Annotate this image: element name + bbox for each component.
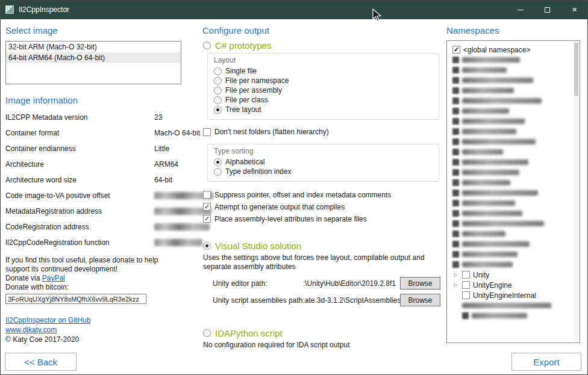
radio-label[interactable]: File per assembly: [225, 86, 282, 95]
radio-label[interactable]: Visual Studio solution: [215, 241, 301, 251]
radio-tree-layout[interactable]: Tree layout: [214, 105, 433, 114]
radio-file-per-class[interactable]: File per class: [214, 95, 433, 105]
checkbox-icon[interactable]: [203, 215, 211, 223]
radio-icon[interactable]: [214, 106, 222, 114]
radio-alphabetical[interactable]: Alphabetical: [214, 157, 433, 167]
namespace-item-redacted[interactable]: [452, 65, 572, 75]
bitcoin-address-input[interactable]: [5, 294, 146, 304]
namespace-item-unity[interactable]: ▷ Unity: [452, 270, 572, 280]
namespace-label[interactable]: <global namespace>: [463, 46, 530, 54]
radio-type-definition-index[interactable]: Type definition index: [214, 167, 433, 176]
back-button[interactable]: << Back: [5, 353, 77, 371]
namespace-item-redacted[interactable]: [452, 147, 572, 157]
radio-icon[interactable]: [203, 42, 211, 49]
radio-icon[interactable]: [214, 96, 222, 104]
checkbox-label[interactable]: Don't nest folders (flatten hierarchy): [214, 128, 329, 136]
scrollbar-track[interactable]: [574, 42, 579, 342]
namespace-item-redacted[interactable]: [452, 55, 572, 65]
scrollbar-thumb[interactable]: [574, 43, 578, 96]
namespace-label[interactable]: UnityEngine: [473, 281, 512, 290]
radio-icon[interactable]: [203, 242, 211, 250]
checkbox-icon[interactable]: [203, 128, 211, 136]
namespace-item-redacted[interactable]: [452, 259, 572, 270]
checkbox-icon[interactable]: [203, 203, 211, 211]
namespace-item-redacted[interactable]: [452, 157, 572, 167]
namespace-item-redacted[interactable]: [452, 311, 572, 321]
namespaces-tree[interactable]: <global namespace> ▷: [446, 40, 580, 343]
namespace-item-unityengine[interactable]: ▷ UnityEngine: [452, 280, 572, 290]
radio-icon[interactable]: [214, 67, 222, 75]
checkbox-label[interactable]: Suppress pointer, offset and index metad…: [214, 191, 391, 199]
namespace-label[interactable]: UnityEngineInternal: [473, 291, 536, 300]
radio-label[interactable]: Tree layout: [225, 105, 261, 114]
paypal-link[interactable]: PayPal: [42, 274, 65, 282]
checkbox-label[interactable]: Attempt to generate output that compiles: [214, 203, 345, 211]
browse-editor-path-button[interactable]: Browse: [400, 277, 440, 290]
radio-file-per-namespace[interactable]: File per namespace: [214, 76, 433, 85]
namespace-item-redacted[interactable]: [452, 208, 572, 218]
redacted-checkbox: [452, 220, 459, 227]
close-button[interactable]: ✕: [561, 0, 588, 19]
namespace-item-redacted[interactable]: [452, 300, 572, 311]
radio-label[interactable]: Single file: [225, 67, 257, 75]
namespace-item-unityengineinternal[interactable]: UnityEngineInternal: [452, 290, 572, 300]
checkbox-output-that-compiles[interactable]: Attempt to generate output that compiles: [203, 202, 445, 212]
expander-icon[interactable]: ▷: [452, 283, 459, 288]
radio-label[interactable]: Type definition index: [225, 167, 291, 176]
radio-file-per-assembly[interactable]: File per assembly: [214, 85, 433, 95]
radio-idapython-script[interactable]: IDAPython script: [203, 328, 445, 338]
checkbox-icon[interactable]: [462, 281, 470, 289]
namespace-item-redacted[interactable]: [452, 178, 572, 188]
radio-csharp-prototypes[interactable]: C# prototypes: [203, 40, 445, 51]
namespace-item-redacted[interactable]: [452, 126, 572, 137]
checkbox-suppress-metadata-comments[interactable]: Suppress pointer, offset and index metad…: [203, 190, 445, 200]
radio-visual-studio-solution[interactable]: Visual Studio solution: [203, 241, 445, 251]
list-item-selected[interactable]: 64-bit ARM64 (Mach-O 64-bit): [6, 52, 181, 63]
checkbox-icon[interactable]: [203, 191, 211, 199]
checkbox-label[interactable]: Place assembly-level attributes in separ…: [214, 215, 367, 223]
radio-icon[interactable]: [214, 87, 222, 95]
radio-icon[interactable]: [214, 158, 222, 166]
namespace-item-redacted[interactable]: [452, 229, 572, 239]
radio-single-file[interactable]: Single file: [214, 66, 433, 76]
radio-icon[interactable]: [203, 329, 211, 337]
namespace-item-redacted[interactable]: [452, 239, 572, 249]
radio-label[interactable]: Alphabetical: [225, 158, 264, 166]
namespace-item-redacted[interactable]: [452, 85, 572, 96]
github-link[interactable]: Il2CppInspector on GitHub: [5, 316, 90, 324]
namespace-item-redacted[interactable]: [452, 137, 572, 147]
namespace-item-redacted[interactable]: [452, 188, 572, 198]
namespace-item-global[interactable]: <global namespace>: [452, 45, 572, 55]
namespace-item-redacted[interactable]: [452, 116, 572, 126]
namespace-item-redacted[interactable]: [452, 249, 572, 259]
namespace-item-redacted[interactable]: [452, 75, 572, 85]
expander-icon[interactable]: ▷: [452, 273, 459, 277]
radio-icon[interactable]: [214, 77, 222, 85]
info-value: ARM64: [154, 160, 178, 169]
checkbox-assembly-attributes-separate[interactable]: Place assembly-level attributes in separ…: [203, 214, 445, 224]
browse-assemblies-path-button[interactable]: Browse: [400, 294, 440, 306]
checkbox-icon[interactable]: [462, 271, 470, 279]
namespace-item-redacted[interactable]: [452, 198, 572, 208]
radio-label[interactable]: File per namespace: [225, 76, 289, 85]
namespace-item-redacted[interactable]: [452, 96, 572, 106]
list-item[interactable]: 32-bit ARM (Mach-O 32-bit): [6, 42, 181, 52]
checkbox-icon[interactable]: [452, 46, 460, 54]
redacted-label: [462, 98, 542, 104]
info-label: IL2CPP Metadata version: [5, 113, 88, 122]
namespace-item-redacted[interactable]: [452, 167, 572, 178]
radio-label[interactable]: File per class: [225, 96, 268, 104]
website-link[interactable]: www.djkaty.com: [5, 326, 57, 334]
checkbox-icon[interactable]: [462, 291, 470, 299]
maximize-button[interactable]: [534, 0, 561, 19]
export-button[interactable]: Export: [511, 353, 581, 371]
checkbox-flatten-hierarchy[interactable]: Don't nest folders (flatten hierarchy): [203, 128, 445, 136]
image-listbox[interactable]: 32-bit ARM (Mach-O 32-bit) 64-bit ARM64 …: [5, 41, 181, 84]
minimize-button[interactable]: [507, 0, 534, 19]
namespace-item-redacted[interactable]: [452, 218, 572, 229]
radio-icon[interactable]: [214, 168, 222, 176]
namespace-item-redacted[interactable]: [452, 106, 572, 116]
radio-label[interactable]: IDAPython script: [215, 328, 283, 338]
radio-label[interactable]: C# prototypes: [215, 40, 271, 51]
namespace-label[interactable]: Unity: [473, 271, 489, 279]
